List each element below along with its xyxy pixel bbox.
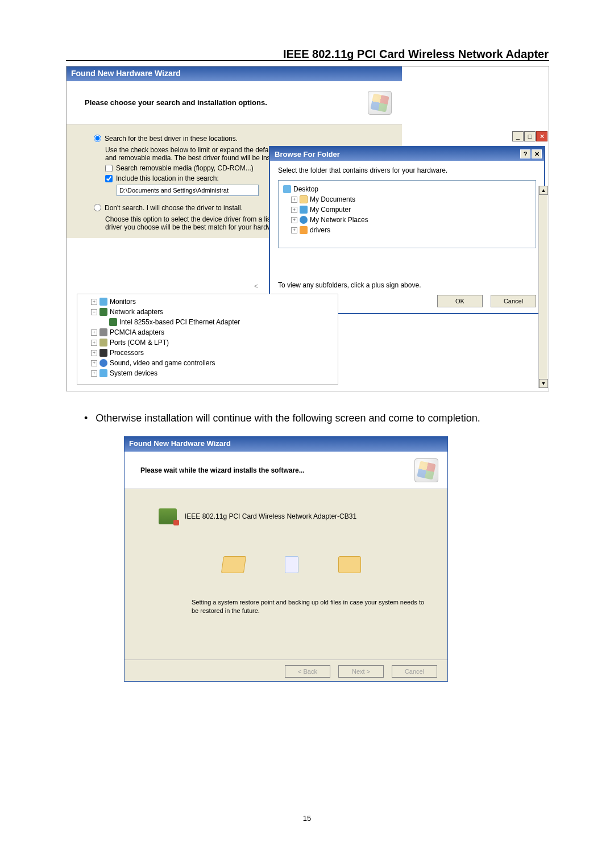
monitors-label: Monitors: [110, 298, 136, 306]
tree-drivers[interactable]: +drivers: [283, 225, 531, 235]
expand-icon[interactable]: +: [291, 227, 297, 233]
page-header: IEEE 802.11g PCI Card Wireless Network A…: [283, 48, 549, 61]
minimize-button[interactable]: _: [512, 131, 524, 141]
expand-icon[interactable]: +: [91, 370, 97, 377]
install-progress-wizard: Found New Hardware Wizard Please wait wh…: [124, 436, 448, 682]
wizard-titlebar: Found New Hardware Wizard: [67, 66, 402, 81]
expand-icon[interactable]: +: [291, 207, 297, 213]
intel-nic-label: Intel 8255x-based PCI Ethernet Adapter: [119, 318, 240, 326]
expand-icon[interactable]: +: [291, 217, 297, 223]
tree-mycomp-label: My Computer: [310, 206, 351, 214]
device-row: IEEE 802.11g PCI Card Wireless Network A…: [159, 508, 425, 524]
folder-open-icon: [300, 226, 308, 234]
next-button: Next >: [338, 665, 384, 678]
maximize-button[interactable]: □: [524, 131, 536, 141]
wizard-heading: Please choose your search and installati…: [85, 98, 267, 107]
radio-search-best-label: Search for the best driver in these loca…: [105, 135, 238, 143]
collapse-icon[interactable]: −: [91, 309, 97, 315]
progress-icons: [159, 556, 425, 573]
tree-system-devices[interactable]: +System devices: [82, 368, 333, 378]
pcmcia-label: PCMCIA adapters: [110, 328, 164, 336]
tree-intel-nic[interactable]: Intel 8255x-based PCI Ethernet Adapter: [82, 317, 333, 327]
tree-ports[interactable]: +Ports (COM & LPT): [82, 337, 333, 348]
device-manager-tree[interactable]: +Monitors −Network adapters Intel 8255x-…: [77, 294, 338, 385]
truncation-chevron-icon: <: [254, 282, 258, 290]
background-window-captions: _ □ ✕: [512, 131, 547, 141]
folder-tree[interactable]: Desktop +My Documents +My Computer +My N…: [278, 180, 536, 248]
tree-desktop-label: Desktop: [293, 185, 318, 193]
cancel-button: Cancel: [392, 665, 437, 678]
expand-icon[interactable]: +: [91, 360, 97, 366]
processor-icon: [99, 349, 107, 357]
install-status: Setting a system restore point and backi…: [192, 598, 425, 615]
folder-dest-icon: [338, 556, 361, 573]
network-card-icon: [159, 508, 177, 524]
expand-icon[interactable]: +: [91, 329, 97, 336]
browse-close-button[interactable]: ✕: [532, 149, 542, 158]
wizard2-titlebar: Found New Hardware Wizard: [125, 437, 447, 452]
wizard2-footer: < Back Next > Cancel: [125, 660, 447, 682]
tree-mycomputer[interactable]: +My Computer: [283, 205, 531, 215]
back-button: < Back: [285, 665, 330, 678]
device-name: IEEE 802.11g PCI Card Wireless Network A…: [185, 512, 356, 520]
file-copy-icon: [285, 556, 298, 573]
processors-label: Processors: [110, 349, 144, 357]
cancel-button[interactable]: Cancel: [491, 295, 536, 307]
hardware-logo-icon: [368, 91, 392, 115]
wizard2-header: Please wait while the wizard installs th…: [125, 452, 447, 489]
browse-titlebar: Browse For Folder ? ✕: [270, 147, 544, 161]
browse-for-folder-dialog: Browse For Folder ? ✕ Select the folder …: [269, 146, 545, 314]
checkbox-removable-input[interactable]: [105, 165, 113, 172]
bullet-paragraph: • Otherwise installation will continue w…: [84, 412, 545, 424]
close-button[interactable]: ✕: [536, 131, 547, 141]
page-number: 15: [0, 814, 614, 823]
tree-network-places[interactable]: +My Network Places: [283, 215, 531, 225]
bullet-icon: •: [84, 412, 88, 424]
browse-hint: To view any subfolders, click a plus sig…: [278, 281, 536, 289]
tree-desktop[interactable]: Desktop: [283, 184, 531, 194]
network-adapter-icon: [99, 308, 107, 316]
tree-netplaces-label: My Network Places: [310, 216, 368, 224]
scrollbar[interactable]: ▲ ▼: [538, 186, 547, 388]
ports-icon: [99, 339, 107, 347]
screenshot-composite-1: Found New Hardware Wizard Please choose …: [66, 66, 549, 391]
expand-icon[interactable]: +: [291, 197, 297, 203]
expand-icon[interactable]: +: [91, 340, 97, 346]
network-icon: [300, 216, 308, 224]
checkbox-removable-label: Search removable media (floppy, CD-ROM..…: [116, 164, 254, 172]
tree-drivers-label: drivers: [310, 226, 330, 234]
wizard2-heading: Please wait while the wizard installs th…: [140, 466, 305, 474]
system-label: System devices: [110, 369, 157, 377]
folder-source-icon: [221, 556, 246, 573]
ok-button[interactable]: OK: [437, 295, 483, 307]
ports-label: Ports (COM & LPT): [110, 339, 169, 347]
bullet-text: Otherwise installation will continue wit…: [96, 412, 480, 424]
pcmcia-icon: [99, 328, 107, 336]
tree-monitors[interactable]: +Monitors: [82, 297, 333, 307]
browse-instruction: Select the folder that contains drivers …: [278, 166, 536, 174]
checkbox-include-input[interactable]: [105, 175, 113, 182]
help-button[interactable]: ?: [520, 149, 530, 158]
tree-sound[interactable]: +Sound, video and game controllers: [82, 358, 333, 368]
scroll-up-button[interactable]: ▲: [539, 186, 548, 195]
wizard2-body: IEEE 802.11g PCI Card Wireless Network A…: [125, 489, 447, 660]
tree-network-adapters[interactable]: −Network adapters: [82, 307, 333, 317]
browse-title-text: Browse For Folder: [275, 150, 340, 158]
desktop-icon: [283, 185, 291, 193]
radio-dont-search-label: Don't search. I will choose the driver t…: [105, 204, 243, 212]
header-rule: [66, 60, 549, 61]
tree-pcmcia[interactable]: +PCMCIA adapters: [82, 327, 333, 337]
expand-icon[interactable]: +: [91, 299, 97, 305]
radio-search-best[interactable]: Search for the best driver in these loca…: [94, 135, 392, 143]
system-icon: [99, 369, 107, 377]
radio-search-best-input[interactable]: [94, 135, 101, 142]
scroll-down-button[interactable]: ▼: [539, 379, 548, 388]
radio-dont-search-input[interactable]: [94, 204, 101, 211]
computer-icon: [300, 206, 308, 214]
expand-icon[interactable]: +: [91, 350, 97, 356]
tree-processors[interactable]: +Processors: [82, 348, 333, 358]
tree-mydocuments[interactable]: +My Documents: [283, 194, 531, 205]
folder-icon: [300, 195, 308, 203]
path-input[interactable]: [117, 185, 259, 196]
tree-mydocs-label: My Documents: [310, 195, 355, 203]
